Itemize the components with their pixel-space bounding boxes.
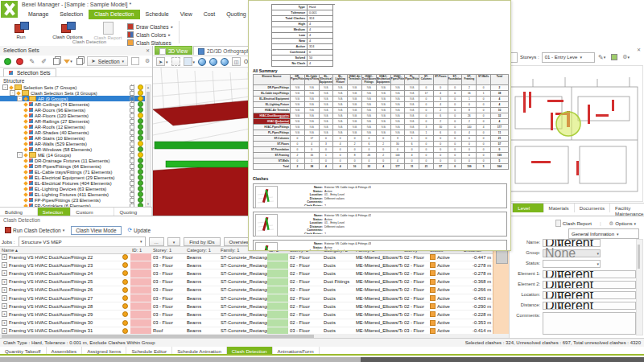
expander-icon[interactable]: -	[2, 84, 8, 90]
selection-sets-tab[interactable]: Selection Sets	[3, 68, 56, 76]
expander-icon[interactable]: -	[17, 152, 23, 158]
copy-icon[interactable]	[75, 56, 85, 66]
row-expander-icon[interactable]: +	[2, 295, 7, 301]
panel-close-icon[interactable]: ✕	[146, 47, 150, 53]
clash-report-button2[interactable]: Clash Report	[552, 218, 595, 228]
tree-item[interactable]: -AR (9 Groups)	[0, 96, 145, 101]
ribbon-tab-schedule[interactable]: Schedule	[140, 10, 175, 19]
tree-item[interactable]: EL-Lighting Fixtures (411 Elements)	[0, 191, 145, 197]
doc-tab-assemblies[interactable]: Assemblies	[47, 347, 83, 354]
tree-item[interactable]: -ME (14 Groups)	[0, 152, 145, 158]
level-map-canvas[interactable]	[500, 65, 643, 202]
clash-row[interactable]: +Framing VS HVAC Duct/Acce/Fittings 2503…	[0, 278, 493, 286]
clash-row[interactable]: +Framing VS HVAC Duct/Acce/Fittings 2703…	[0, 294, 493, 302]
view-cube-icon[interactable]: ▾	[184, 57, 196, 66]
update-button[interactable]: ⟳Update	[125, 225, 154, 235]
dock-tab-facility-maintenance[interactable]: Facility Maintenance	[610, 204, 644, 212]
tree-item[interactable]: AR-Ceilings (74 Elements)	[0, 101, 145, 107]
dock-tab-documents[interactable]: Documents	[575, 204, 610, 212]
column-header-icon[interactable]	[121, 247, 130, 253]
options-button[interactable]: ⚙Options▾	[606, 219, 639, 228]
scroll-up-icon[interactable]: ▲	[146, 85, 151, 89]
new-set-icon[interactable]: ✐	[39, 56, 49, 66]
select-arrow-icon[interactable]: ➤▾	[156, 57, 168, 66]
clash-view-mode-button[interactable]: Clash View Mode	[71, 226, 121, 235]
pointer-mode-icon[interactable]	[130, 56, 140, 66]
dock-tab-level-map[interactable]: Level Map	[513, 204, 543, 212]
doc-tab-assigned-items[interactable]: Assigned Items	[82, 347, 126, 354]
doc-tab-quantity-takeoff[interactable]: Quantity Takeoff	[0, 347, 47, 354]
ribbon-tab-selection[interactable]: Selection	[54, 10, 89, 19]
tree-item[interactable]: AR-Shades (40 Elements)	[0, 130, 145, 135]
tree-item[interactable]: AR-Roofs (12 Elements)	[0, 124, 145, 130]
row-expander-icon[interactable]: +	[2, 287, 7, 293]
edit-set-icon[interactable]: ✎	[27, 56, 37, 66]
find-by-ids-button[interactable]: Find by IDs	[184, 237, 220, 246]
ribbon-tab-manage[interactable]: Manage	[23, 10, 54, 19]
tree-item[interactable]: AR-Walls (529 Elements)	[0, 141, 145, 146]
view-tab-3d-view[interactable]: 3D View	[155, 46, 192, 55]
ribbon-tab-clash-detection[interactable]: Clash Detection	[89, 10, 139, 19]
tree-item[interactable]: EL-Lighting Devices (63 Elements)	[0, 186, 145, 191]
tree-item[interactable]: EL-Electrical Equipment (29 Elements)	[0, 175, 145, 180]
column-header-category1[interactable]: Category: 1	[185, 247, 219, 253]
tree-item[interactable]: FP-Pipes/Fittings (23 Elements)	[0, 197, 145, 203]
tree-item[interactable]: EL-Cable trays/Fittings (71 Elements)	[0, 169, 145, 175]
pan-icon[interactable]	[209, 58, 217, 66]
draw-tool-icon[interactable]: ✎▾	[597, 52, 607, 62]
row-expander-icon[interactable]: +	[2, 320, 7, 326]
column-header-name[interactable]: Name ▴	[0, 247, 121, 253]
expander-icon[interactable]: -	[10, 90, 15, 96]
row-expander-icon[interactable]: +	[2, 270, 7, 276]
row-expander-icon[interactable]: +	[2, 303, 7, 309]
clash-table-scrollbar[interactable]	[493, 246, 510, 334]
section-box-icon[interactable]: ◫	[232, 57, 241, 66]
tree-item[interactable]: AR-Railings (27 Elements)	[0, 118, 145, 124]
scroll-down-icon[interactable]: ▼	[146, 202, 151, 206]
ribbon-tab-view[interactable]: View	[175, 10, 198, 19]
ribbon-tab-cost[interactable]: Cost	[198, 10, 221, 19]
clash-row[interactable]: +Framing VS HVAC Duct/Acce/Fittings 2603…	[0, 286, 493, 294]
add-set-icon[interactable]	[3, 56, 13, 66]
dock-tab-materials[interactable]: Materials	[544, 204, 575, 212]
status-select[interactable]	[543, 260, 601, 268]
job-select[interactable]: Structure VS MEP▾	[19, 237, 146, 247]
doc-tab-schedule-animation[interactable]: Schedule Animation	[172, 347, 227, 354]
clash-row[interactable]: +Framing VS HVAC Duct/Acce/Fittings 3003…	[0, 319, 493, 327]
row-expander-icon[interactable]: +	[2, 328, 7, 334]
remove-set-icon[interactable]	[15, 56, 25, 66]
column-header-storey1[interactable]: Storey: 1	[151, 247, 185, 253]
tree-item[interactable]: -Selection Sets (7 Groups)	[0, 84, 145, 90]
selection-dropdown[interactable]: ➤Selection▾	[87, 56, 128, 66]
job-dropdown-button[interactable]: ▾	[167, 237, 181, 246]
column-header-id1[interactable]: ID: 1	[130, 247, 151, 253]
clash-row[interactable]: +Framing VS HVAC Duct/Acce/Fittings 2903…	[0, 311, 493, 319]
snapshot-icon[interactable]	[609, 52, 619, 62]
paste-icon[interactable]	[52, 56, 61, 66]
zoom-extents-icon[interactable]	[221, 58, 229, 66]
tree-scrollbar[interactable]: ▲ ▼	[145, 84, 151, 207]
clash-colors-button[interactable]: Clash Colors▸	[127, 31, 173, 39]
clash-row[interactable]: +Framing VS HVAC Duct/Acce/Fittings 2203…	[0, 253, 493, 261]
map-settings-icon[interactable]: ⚙▾	[621, 52, 631, 62]
tree-item[interactable]: AR-Doors (96 Elements)	[0, 107, 145, 113]
element-2-field[interactable]: Different values	[543, 281, 636, 289]
element-1-field[interactable]: Different values	[543, 270, 636, 278]
tree-item[interactable]: -Clash Selection Sets (3 Groups)	[0, 90, 145, 96]
tree-item[interactable]: AR-Floors (120 Elements)	[0, 113, 145, 118]
clash-row[interactable]: +Framing VS HVAC Duct/Acce/Fittings 31Ro…	[0, 327, 493, 334]
draw-clashes-button[interactable]: Draw Clashes▸	[127, 23, 173, 31]
properties-scrollbar[interactable]	[636, 239, 643, 335]
expander-icon[interactable]: -	[17, 96, 23, 101]
group-select[interactable]: None	[543, 249, 601, 257]
clash-row[interactable]: +Framing VS HVAC Duct/Acce/Fittings 2403…	[0, 269, 493, 278]
run-clash-detection-button[interactable]: Run Clash Detection▾	[2, 225, 68, 235]
row-expander-icon[interactable]: +	[2, 262, 7, 268]
location-field[interactable]: Different values	[543, 291, 636, 299]
clash-card[interactable]: Name:Exterior VS Cable trays & Fittings …	[253, 212, 507, 237]
tree-item[interactable]: AR-Windows (58 Elements)	[0, 146, 145, 152]
distance-field[interactable]: Different values	[543, 302, 636, 310]
tree-item[interactable]: DR-Pipes/Fittings (64 Elements)	[0, 163, 145, 169]
clash-row[interactable]: +Framing VS HVAC Duct/Acce/Fittings 2303…	[0, 261, 493, 269]
tree-item[interactable]: EL-Electrical Fixtures (404 Elements)	[0, 180, 145, 186]
